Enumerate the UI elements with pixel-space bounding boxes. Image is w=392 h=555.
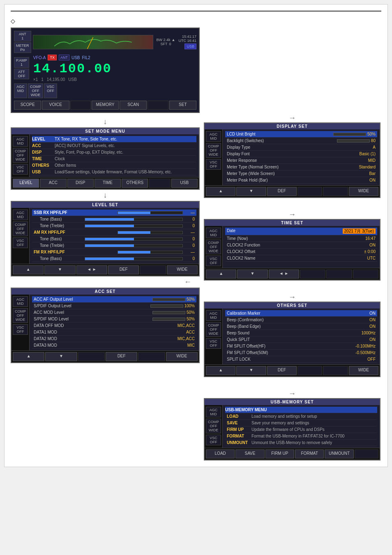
meter-wide-row[interactable]: Meter Type (Wide Screen) Bar (225, 170, 377, 177)
menu-row-level[interactable]: LEVEL TX Tone, RX Tone, Side Tone, etc. (32, 136, 196, 143)
am-treble-val: 0 (184, 243, 195, 248)
ls-btn-down[interactable]: ▼ (44, 265, 75, 274)
menu-row-acc[interactable]: ACC [ACC] IN/OUT Signal Levels, etc. (32, 143, 196, 149)
usb-set-body: AGCMID COMPOFFWIDE VSCOFF USB-MEMORY MEN… (205, 405, 380, 448)
us-btn-unmount[interactable]: UNMOUNT (325, 449, 353, 458)
os-btn-def[interactable]: DEF (267, 366, 297, 375)
fm-split-50m-row[interactable]: FM SPLIT Offset(50M) -0.500MHz (225, 350, 377, 356)
ts-btn-up[interactable]: ▲ (206, 269, 236, 279)
meter-resp-row[interactable]: Meter Response MID (225, 157, 377, 164)
clk2-name-val: UTC (343, 256, 376, 260)
ls-btn-lr[interactable]: ◄ ► (76, 265, 107, 274)
spdif-mod-name: S/PDIF MOD Level (34, 317, 152, 321)
us-btn-format[interactable]: FORMAT (295, 449, 324, 458)
os-btn-down[interactable]: ▼ (236, 366, 266, 375)
us-btn-save[interactable]: SAVE (235, 449, 264, 458)
scope-btn[interactable]: SCOPE (14, 101, 41, 110)
ls-btn-wide[interactable]: WIDE (167, 265, 198, 274)
ds-btn-down[interactable]: ▼ (236, 187, 266, 196)
ds-agc: AGCMID (206, 131, 221, 142)
menu-row-disp[interactable]: DISP Style, Font, Pop-up, EXT Display, e… (32, 149, 196, 156)
ts-btn-lr[interactable]: ◄ ► (269, 269, 299, 279)
clk2-offset-row[interactable]: CLOCK2 Offset ± 0:00 (225, 249, 377, 255)
acc-btn-def[interactable]: DEF (106, 352, 137, 361)
split-lock-row[interactable]: SPLIT LOCK OFF (225, 356, 377, 363)
left-panel-col-top: ANT1 METERPo (11, 28, 200, 363)
agc-label: AGCMID (14, 83, 27, 98)
beep-conf-row[interactable]: Beep (Confirmation) ON (225, 317, 377, 323)
clk2-func-row[interactable]: CLOCK2 Function ON (225, 242, 377, 249)
acc-af-row[interactable]: ACC AF Output Level 50% (32, 296, 196, 303)
os-btn-wide[interactable]: WIDE (349, 366, 378, 375)
clock-area: 15:41:17UTC 16:41 USB (178, 35, 196, 49)
ts-btn-down[interactable]: ▼ (237, 269, 267, 279)
data2-mod-row[interactable]: DATA2 MOD MIC,ACC (32, 336, 196, 342)
backlight-row[interactable]: Backlight (Switches) 80 (225, 138, 377, 144)
os-btn-up[interactable]: ▲ (206, 366, 235, 375)
ds-btn-def[interactable]: DEF (267, 187, 297, 196)
btn-usb[interactable]: USB (171, 179, 198, 188)
fm-bar-fill-header (118, 251, 150, 253)
cal-marker-row[interactable]: Calibration Marker ON (225, 310, 377, 317)
multiplier: ×1 (33, 77, 38, 82)
btn-others[interactable]: OTHERS (122, 179, 148, 188)
beep-band-row[interactable]: Beep (Band Edge) ON (225, 323, 377, 330)
sm-vsc: VSCOFF (13, 164, 28, 175)
ls-btn-up[interactable]: ▲ (13, 265, 44, 274)
data-off-mod-row[interactable]: DATA OFF MOD MIC,ACC (32, 322, 196, 329)
menu-row-time[interactable]: TIME Clock (32, 156, 196, 162)
ssb-bass-label: Tone (Bass) (34, 217, 83, 221)
spdif-mod-row[interactable]: S/PDIF MOD Level 50% (32, 316, 196, 322)
data1-mod-row[interactable]: DATA1 MOD ACC (32, 329, 196, 336)
ds-left-labels: AGCMID COMPOFFWIDE VSCOFF (205, 129, 223, 185)
meter-norm-val: Standard (343, 165, 376, 169)
menu-row-usb[interactable]: USB Load/Save settings, Update firmware,… (32, 169, 196, 175)
ds-btn-up[interactable]: ▲ (206, 187, 235, 196)
fm-split-hf-row[interactable]: FM SPLIT Offset(HF) -0.100MHz (225, 343, 377, 350)
btn-level[interactable]: LEVEL (13, 179, 39, 188)
empty-btn-2 (148, 101, 168, 110)
usb-unmount-row[interactable]: UNMOUNT Unmount the USB-Memory to remove… (225, 440, 377, 446)
date-row[interactable]: Date 2021 7月 3(Tue) (225, 228, 377, 235)
quick-split-row[interactable]: Quick SPLIT ON (225, 336, 377, 343)
am-treble-label: Tone (Treble) (34, 243, 83, 248)
backlight-val: 80 (337, 138, 376, 143)
acc-btn-down[interactable]: ▼ (45, 352, 77, 361)
acc-btn-up[interactable]: ▲ (13, 352, 44, 361)
voice-btn[interactable]: VOICE (42, 101, 69, 110)
time-now-row[interactable]: Time (Now) 16:47 (225, 235, 377, 242)
usb-firmup-row[interactable]: FIRM UP Update the firmware of CPUs and … (225, 426, 377, 433)
beep-sound-row[interactable]: Beep Sound 1000Hz (225, 330, 377, 336)
clk2-offset-val: ± 0:00 (343, 249, 376, 254)
set-btn[interactable]: SET (169, 101, 196, 110)
acc-btn-wide[interactable]: WIDE (166, 352, 198, 361)
meter-peak-row[interactable]: Meter Peak Hold (Bar) ON (225, 177, 377, 184)
meter-norm-row[interactable]: Meter Type (Normal Screen) Standard (225, 164, 377, 170)
spacer-mid3 (204, 377, 380, 389)
btn-time[interactable]: TIME (95, 179, 121, 188)
spdif-out-row[interactable]: S/PDIF Output Level 100% (32, 303, 196, 309)
btn-disp[interactable]: DISP (67, 179, 94, 188)
clk2-name-row[interactable]: CLOCK2 Name UTC (225, 255, 377, 262)
data3-mod-row[interactable]: DATA3 MOD MIC (32, 342, 196, 349)
disp-type-row[interactable]: Display Type A (225, 144, 377, 151)
acc-label: ACC (32, 143, 55, 148)
us-btn-firmup[interactable]: FIRM UP (265, 449, 294, 458)
usb-format-row[interactable]: FORMAT Format the USB-Memory in FAT/FAT3… (225, 433, 377, 440)
btn-acc[interactable]: ACC (40, 179, 66, 188)
us-btn-load[interactable]: LOAD (206, 449, 235, 458)
radio-panel: ANT1 METERPo (11, 28, 200, 113)
memory-btn[interactable]: MEMORY (92, 101, 119, 110)
acc-mod-row[interactable]: ACC MOD Level 50% (32, 309, 196, 316)
ds-btn-wide[interactable]: WIDE (349, 187, 378, 196)
usb-load-row[interactable]: LOAD Load memory and settings for setup (225, 413, 377, 420)
usb-save-row[interactable]: SAVE Save your memory and settings (225, 420, 377, 426)
disp-font-row[interactable]: Display Font Basic (1) (225, 151, 377, 157)
os-bottom-btns: ▲ ▼ DEF WIDE (205, 364, 380, 376)
scan-btn[interactable]: SCAN (120, 101, 147, 110)
sub-freq-row: ×1 1 14,195.00 USB (33, 77, 196, 82)
menu-row-others[interactable]: OTHERS Other Items (32, 162, 196, 169)
ls-btn-def[interactable]: DEF (108, 265, 139, 274)
am-bar-fill-header (118, 231, 150, 234)
lcd-bright-row[interactable]: LCD Unit Bright 50% (225, 131, 377, 138)
